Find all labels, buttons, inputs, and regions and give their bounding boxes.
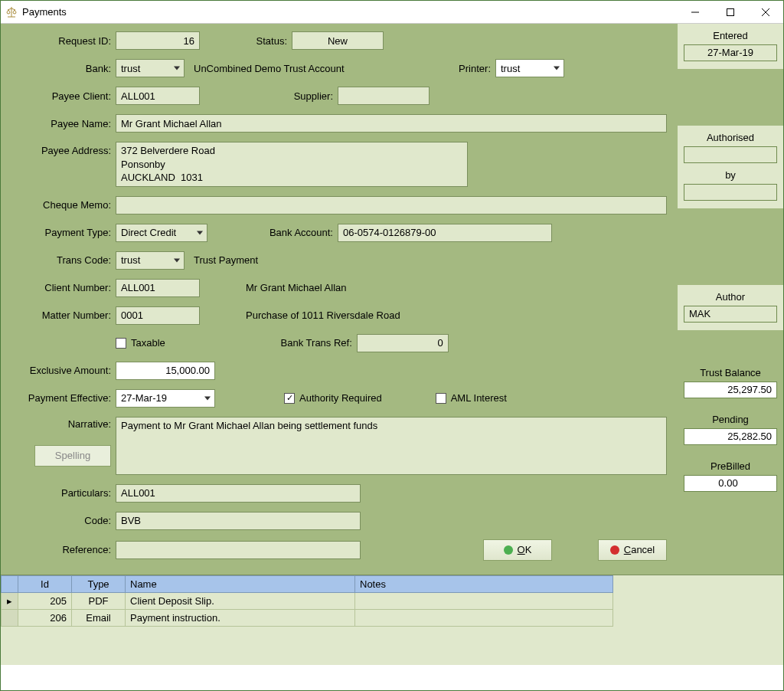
row-name: Payment instruction.: [126, 609, 355, 626]
payment-effective-field[interactable]: [116, 389, 215, 408]
reference-field[interactable]: [116, 541, 361, 559]
cheque-memo-field[interactable]: [116, 196, 667, 215]
grid-header-id[interactable]: Id: [18, 575, 72, 592]
ok-icon: [504, 545, 513, 555]
trans-code-desc: Trust Payment: [185, 254, 258, 266]
bank-select[interactable]: [116, 59, 185, 77]
client-area: Request ID: Status: Bank: UnCombined Dem…: [1, 24, 783, 690]
payee-address-field[interactable]: [116, 142, 468, 187]
matter-number-label: Matter Number:: [11, 309, 116, 321]
grid-row-header-col[interactable]: [2, 575, 18, 592]
aml-interest-checkbox[interactable]: AML Interest: [436, 392, 507, 404]
by-label: by: [684, 169, 777, 181]
cancel-icon: [610, 545, 619, 555]
minimize-button[interactable]: [678, 1, 713, 24]
attachments-grid-area: Id Type Name Notes ▸ 205 PDF Client Depo…: [1, 575, 783, 665]
authorised-block: Authorised by: [678, 126, 783, 208]
code-field[interactable]: [116, 512, 361, 530]
row-id: 206: [18, 609, 72, 626]
particulars-field[interactable]: [116, 484, 361, 503]
payment-type-select[interactable]: [116, 224, 207, 242]
code-label: Code:: [11, 515, 116, 526]
author-label: Author: [684, 291, 777, 303]
side-spacer-1: [678, 70, 783, 124]
cheque-memo-label: Cheque Memo:: [11, 199, 116, 211]
entered-value: 27-Mar-19: [684, 44, 777, 61]
prebilled-value: 0.00: [684, 475, 777, 492]
prebilled-label: PreBilled: [684, 460, 777, 472]
request-id-field[interactable]: [116, 31, 200, 50]
payee-name-field[interactable]: [116, 114, 667, 133]
maximize-button[interactable]: [713, 1, 748, 24]
author-value: MAK: [684, 306, 777, 323]
request-id-label: Request ID:: [11, 35, 116, 47]
payment-effective-label: Payment Effective:: [11, 392, 116, 404]
scales-icon: [5, 6, 18, 18]
row-notes: [355, 609, 613, 626]
particulars-label: Particulars:: [11, 487, 116, 499]
taxable-label: Taxable: [131, 337, 165, 349]
grid-header-name[interactable]: Name: [126, 575, 355, 592]
bank-trans-ref-field[interactable]: [357, 334, 449, 352]
spelling-button[interactable]: Spelling: [34, 445, 111, 467]
trans-code-select[interactable]: [116, 251, 185, 270]
printer-select[interactable]: [495, 59, 564, 77]
narrative-label: Narrative:: [68, 417, 116, 430]
client-number-field[interactable]: [116, 279, 200, 297]
form-area: Request ID: Status: Bank: UnCombined Dem…: [1, 24, 783, 575]
bank-trans-ref-label: Bank Trans Ref:: [165, 337, 357, 349]
window-title: Payments: [22, 6, 67, 18]
entered-block: Entered 27-Mar-19: [678, 24, 783, 69]
grid-header-type[interactable]: Type: [72, 575, 126, 592]
cancel-button[interactable]: Cancel: [598, 539, 667, 561]
author-block: Author MAK: [678, 285, 783, 330]
supplier-label: Supplier:: [200, 90, 338, 102]
row-type: Email: [72, 609, 126, 626]
grid-header-notes[interactable]: Notes: [355, 575, 613, 592]
authority-required-label: Authority Required: [299, 392, 382, 404]
taxable-checkbox[interactable]: Taxable: [116, 337, 165, 349]
bank-account-field[interactable]: [338, 224, 552, 242]
side-panel: Entered 27-Mar-19 Authorised by Author M…: [678, 24, 783, 575]
attachments-grid[interactable]: Id Type Name Notes ▸ 205 PDF Client Depo…: [1, 575, 613, 627]
pending-label: Pending: [684, 414, 777, 425]
printer-label: Printer:: [414, 63, 495, 74]
titlebar: Payments: [1, 1, 783, 24]
row-id: 205: [18, 592, 72, 609]
exclusive-amount-field[interactable]: [116, 362, 215, 380]
reference-label: Reference:: [11, 544, 116, 555]
left-form: Request ID: Status: Bank: UnCombined Dem…: [1, 24, 678, 575]
payments-window: Payments Request ID: Status: Bank:: [0, 0, 784, 691]
checkbox-icon: [116, 338, 126, 349]
matter-number-desc: Purchase of 1011 Riversdale Road: [200, 309, 400, 321]
maximize-icon: [726, 8, 735, 17]
checkbox-icon: [436, 393, 446, 404]
row-selector[interactable]: ▸: [2, 592, 18, 609]
status-field[interactable]: [292, 31, 384, 50]
matter-number-field[interactable]: [116, 306, 200, 325]
trust-balance-label: Trust Balance: [684, 367, 777, 378]
checkbox-checked-icon: [284, 393, 295, 404]
row-name: Client Deposit Slip.: [126, 592, 355, 609]
authority-required-checkbox[interactable]: Authority Required: [284, 392, 382, 404]
row-type: PDF: [72, 592, 126, 609]
bank-label: Bank:: [11, 63, 116, 74]
row-notes: [355, 592, 613, 609]
close-button[interactable]: [748, 1, 783, 24]
payee-client-label: Payee Client:: [11, 90, 116, 102]
pending-value: 25,282.50: [684, 428, 777, 445]
payee-client-field[interactable]: [116, 87, 200, 105]
table-row[interactable]: 206 Email Payment instruction.: [2, 609, 613, 626]
ok-button[interactable]: OK: [483, 539, 552, 561]
client-number-desc: Mr Grant Michael Allan: [200, 282, 347, 293]
narrative-field[interactable]: [116, 417, 667, 475]
client-number-label: Client Number:: [11, 282, 116, 293]
aml-interest-label: AML Interest: [451, 392, 507, 404]
row-selector[interactable]: [2, 609, 18, 626]
status-label: Status:: [200, 35, 292, 47]
bank-description: UnCombined Demo Trust Account: [185, 63, 414, 74]
trans-code-label: Trans Code:: [11, 254, 116, 266]
table-row[interactable]: ▸ 205 PDF Client Deposit Slip.: [2, 592, 613, 609]
svg-rect-1: [727, 8, 734, 15]
supplier-field[interactable]: [338, 87, 430, 105]
